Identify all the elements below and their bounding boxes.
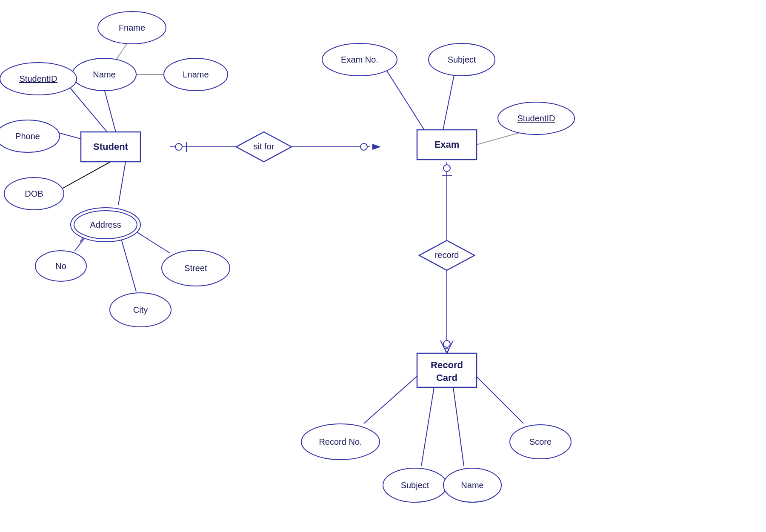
attr-student-id-label: StudentID: [20, 74, 57, 83]
attr-dob-label: DOB: [25, 189, 43, 198]
attr-score-label: Score: [529, 437, 552, 446]
line-rc-subject: [421, 387, 434, 466]
circle-exam-side: [360, 143, 367, 150]
attr-street-label: Street: [184, 263, 207, 273]
entity-record-card-label1: Record: [431, 360, 463, 370]
rel-sit-for-label: sit for: [254, 142, 274, 151]
line-student-address: [118, 162, 126, 205]
line-rc-name: [453, 387, 464, 466]
attr-record-no-label: Record No.: [319, 437, 362, 446]
line-address-city: [120, 236, 136, 292]
attr-city-label: City: [133, 305, 148, 315]
entity-exam-label: Exam: [434, 139, 460, 150]
attr-subject-rc-label: Subject: [401, 481, 429, 490]
attr-student-id2-label: StudentID: [517, 114, 555, 123]
rel-record-label: record: [435, 250, 459, 260]
arrow-exam: [372, 144, 381, 150]
attr-name-label: Name: [93, 70, 115, 79]
line-dob-student: [55, 162, 111, 192]
line-name-student: [104, 89, 116, 132]
attr-no-label: No: [55, 261, 66, 271]
circle-rc-top1: [443, 340, 450, 347]
circle-student-side: [175, 143, 182, 150]
line-examno-exam: [385, 68, 426, 132]
line-address-street: [133, 230, 170, 253]
line-rc-score: [472, 372, 523, 423]
attr-exam-no-label: Exam No.: [341, 55, 378, 64]
entity-record-card-label2: Card: [436, 372, 457, 383]
attr-lname-label: Lname: [183, 70, 209, 79]
circle-exam-bottom: [443, 165, 450, 172]
attr-phone-label: Phone: [15, 132, 40, 141]
entity-student-label: Student: [93, 141, 129, 152]
attr-address-label: Address: [90, 220, 121, 229]
attr-fname-label: Fname: [119, 23, 145, 32]
line-rc-recordno: [364, 372, 421, 423]
line-subject-exam: [443, 69, 455, 132]
attr-name-rc-label: Name: [461, 481, 483, 490]
attr-subject-exam-label: Subject: [448, 55, 476, 64]
